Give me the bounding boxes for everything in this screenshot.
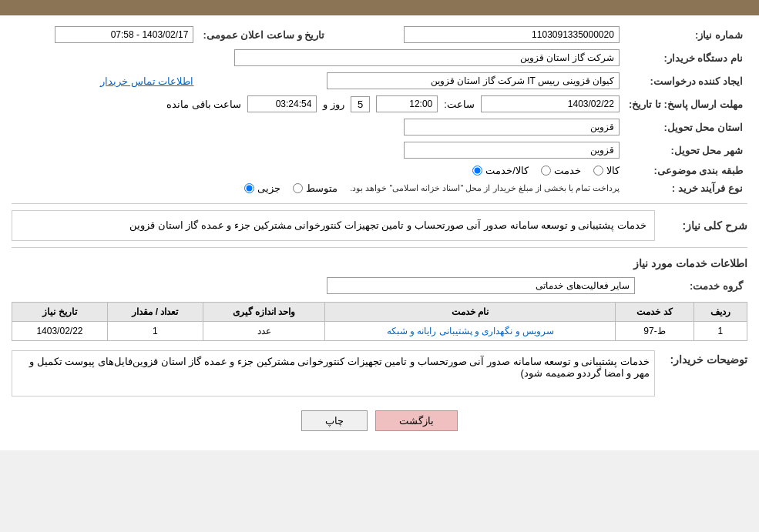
tabaqe-kala-khadamat-radio[interactable] xyxy=(472,166,482,176)
shahr-label: شهر محل تحویل: xyxy=(624,139,747,162)
noe-motavaset-label[interactable]: متوسط xyxy=(293,182,338,194)
col-tedad: تعداد / مقدار xyxy=(107,303,203,322)
ijad-konande-label: ایجاد کننده درخواست: xyxy=(624,69,747,92)
shahr-input[interactable] xyxy=(404,142,620,159)
tawsihat-row: توضیحات خریدار: xyxy=(12,350,747,399)
nam-dastgah-value-cell xyxy=(12,46,624,69)
shomare-niaz-input[interactable] xyxy=(404,26,620,43)
tabaqe-khadamat-radio[interactable] xyxy=(541,166,551,176)
cell-radif: 1 xyxy=(694,322,747,341)
table-row: 1 ط-97 سرویس و نگهداری و پشتیبانی رایانه… xyxy=(12,322,747,341)
tabaqe-label: طبقه بندی موضوعی: xyxy=(624,162,747,179)
noe-farayand-label: نوع فرآیند خرید : xyxy=(624,179,747,197)
noe-motavaset-text: متوسط xyxy=(306,182,338,194)
main-container: شماره نیاز: تاریخ و ساعت اعلان عمومی: نا… xyxy=(0,0,759,450)
tarikh-elan-label: تاریخ و ساعت اعلان عمومی: xyxy=(198,23,340,46)
mohlat-label: مهلت ارسال پاسخ: تا تاریخ: xyxy=(624,92,747,115)
divider-1 xyxy=(12,203,747,204)
divider-2 xyxy=(12,247,747,248)
basic-info-table: شماره نیاز: تاریخ و ساعت اعلان عمومی: نا… xyxy=(12,23,747,197)
nam-dastgah-input[interactable] xyxy=(234,49,620,66)
sharh-kolli-label: شرح کلی نیاز: xyxy=(655,219,747,232)
grohe-khadamat-value-cell xyxy=(12,274,640,297)
col-vahed: واحد اندازه گیری xyxy=(203,303,325,322)
grohe-khadamat-input[interactable] xyxy=(327,277,635,294)
cell-tedad: 1 xyxy=(107,322,203,341)
tabaqe-kala-label[interactable]: کالا xyxy=(593,165,620,176)
ostan-input[interactable] xyxy=(404,119,620,136)
tabaqe-khadamat-label[interactable]: خدمت xyxy=(541,165,581,176)
cell-tarikh: 1403/02/22 xyxy=(12,322,108,341)
mohlat-value-cell: ساعت: 5 روز و ساعت باقی مانده xyxy=(12,92,624,115)
noe-motavaset-radio[interactable] xyxy=(293,183,303,193)
grohe-khadamat-label: گروه خدمت: xyxy=(640,274,747,297)
mohlat-date-input[interactable] xyxy=(481,95,620,112)
tabaqe-kala-khadamat-text: کالا/خدمت xyxy=(485,165,529,176)
mohlat-remaining-input[interactable] xyxy=(247,95,317,112)
cell-kod: ط-97 xyxy=(616,322,694,341)
page-header xyxy=(0,0,759,15)
ijad-konande-value-cell xyxy=(198,69,623,92)
rooz-value: 5 xyxy=(351,96,370,112)
tabaqe-kala-khadamat-label[interactable]: کالا/خدمت xyxy=(472,165,529,176)
noe-jozi-text: جزیی xyxy=(257,182,280,194)
shomare-niaz-label: شماره نیاز: xyxy=(624,23,747,46)
noe-jozi-label[interactable]: جزیی xyxy=(244,182,280,194)
tawsihat-value-wrapper xyxy=(12,350,655,399)
cell-naam: سرویس و نگهداری و پشتیبانی رایانه و شبکه xyxy=(325,322,616,341)
noe-jozi-radio[interactable] xyxy=(244,183,254,193)
contact-info-link[interactable]: اطلاعات تماس خریدار xyxy=(100,75,193,87)
col-radif: ردیف xyxy=(694,303,747,322)
sharh-kolli-row: شرح کلی نیاز: خدمات پشتیبانی و توسعه سام… xyxy=(12,210,747,241)
col-tarikh: تاریخ نیاز xyxy=(12,303,108,322)
tabaqe-khadamat-text: خدمت xyxy=(554,165,581,176)
sharh-kolli-text: خدمات پشتیبانی و توسعه سامانه صدور آنی ص… xyxy=(12,210,655,241)
noe-farayand-value-cell: پرداخت تمام یا بخشی از مبلغ خریدار از مح… xyxy=(12,179,624,197)
services-table: ردیف کد خدمت نام خدمت واحد اندازه گیری ت… xyxy=(12,302,747,341)
sharh-kolli-value-wrapper: خدمات پشتیبانی و توسعه سامانه صدور آنی ص… xyxy=(12,210,655,241)
mohlat-saat-input[interactable] xyxy=(376,95,438,112)
rooz-label: روز و xyxy=(323,99,344,110)
table-header-row: ردیف کد خدمت نام خدمت واحد اندازه گیری ت… xyxy=(12,303,747,322)
col-naam: نام خدمت xyxy=(325,303,616,322)
shomare-niaz-value-cell xyxy=(340,23,624,46)
contact-info-cell: اطلاعات تماس خریدار xyxy=(12,69,198,92)
tabaqe-value-cell: کالا خدمت کالا/خدمت xyxy=(12,162,624,179)
content-area: شماره نیاز: تاریخ و ساعت اعلان عمومی: نا… xyxy=(0,15,759,450)
ijad-konande-input[interactable] xyxy=(327,72,620,89)
ostan-value-cell xyxy=(12,115,624,139)
back-button[interactable]: بازگشت xyxy=(375,410,458,431)
noe-farayand-note: پرداخت تمام یا بخشی از مبلغ خریدار از مح… xyxy=(350,183,620,193)
shahr-value-cell xyxy=(12,139,624,162)
tabaqe-kala-radio[interactable] xyxy=(593,166,603,176)
nam-dastgah-label: نام دستگاه خریدار: xyxy=(624,46,747,69)
khadamat-table: گروه خدمت: xyxy=(12,274,747,297)
print-button[interactable]: چاپ xyxy=(301,410,368,431)
cell-vahed: عدد xyxy=(203,322,325,341)
tawsihat-label: توضیحات خریدار: xyxy=(655,350,747,366)
tabaqe-kala-text: کالا xyxy=(606,165,620,176)
saat-label: ساعت: xyxy=(444,99,475,110)
remaining-label: ساعت باقی مانده xyxy=(166,99,241,110)
ostan-label: استان محل تحویل: xyxy=(624,115,747,139)
section2-title: اطلاعات خدمات مورد نیاز xyxy=(12,257,747,269)
col-kod: کد خدمت xyxy=(616,303,694,322)
tawsihat-textarea[interactable] xyxy=(12,350,655,396)
footer-buttons: بازگشت چاپ xyxy=(12,410,747,431)
tarikh-elan-input[interactable] xyxy=(55,26,193,43)
tarikh-elan-value-cell xyxy=(12,23,198,46)
